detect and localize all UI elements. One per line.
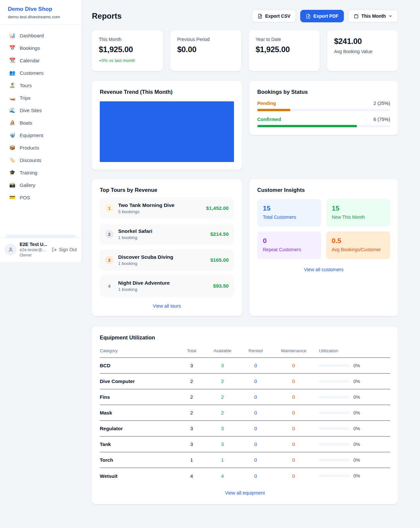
utilization-percent: 0% [353, 473, 360, 478]
utilization-percent: 0% [353, 379, 360, 384]
progress-fill [257, 109, 290, 111]
sidebar-item-label: Equipment [20, 132, 43, 138]
file-download-icon [258, 14, 262, 19]
equipment-category: Dive Computer [100, 378, 177, 384]
page-header: Reports Export CSV Export PDF This Month [92, 10, 398, 22]
sidebar-item-tours[interactable]: 🏝️ Tours [4, 79, 77, 91]
top-tours-card: Top Tours by Revenue 1 Two Tank Morning … [92, 179, 242, 316]
period-dropdown[interactable]: This Month [348, 10, 398, 22]
equipment-rented: 0 [239, 394, 272, 400]
sidebar-item-label: Tours [20, 83, 32, 88]
sidebar-item-trips[interactable]: 🚤 Trips [4, 91, 77, 104]
sidebar-item-products[interactable]: 📦 Products [4, 141, 77, 154]
credit-card-icon: 💳 [9, 194, 15, 200]
sidebar-item-training[interactable]: 🎓 Training [4, 166, 77, 179]
export-pdf-button[interactable]: Export PDF [300, 10, 344, 22]
sidebar-item-dive-sites[interactable]: 🌊 Dive Sites [4, 104, 77, 116]
charts-row: Revenue Trend (This Month) Bookings by S… [92, 81, 398, 170]
sidebar-item-label: Dive Sites [20, 108, 42, 113]
equipment-available: 3 [206, 363, 239, 368]
tour-bookings: 1 booking [118, 261, 206, 266]
sidebar-item-label: Bookings [20, 45, 40, 51]
stat-card-avg-booking-value: $241.00 Avg Booking Value [327, 30, 398, 71]
export-csv-button[interactable]: Export CSV [252, 10, 296, 22]
stat-card-this-month: This Month $1,925.00 +0% vs last month [92, 30, 163, 71]
sidebar-item-reports-partial[interactable] [5, 234, 76, 237]
sidebar-user-footer: E2E Test U... e2e-tester@... Owner Sign … [0, 237, 81, 262]
wave-icon: 🌊 [9, 107, 15, 113]
utilization-percent: 0% [353, 410, 360, 416]
equipment-total: 3 [177, 426, 206, 431]
equipment-category: Tank [100, 441, 177, 447]
list-item: 1 Two Tank Morning Dive 5 bookings $1,45… [100, 197, 234, 219]
stat-value: $1,925.00 [99, 45, 156, 54]
sidebar-item-boats[interactable]: ⛵ Boats [4, 116, 77, 129]
bookings-by-status-card: Bookings by Status Pending 2 (25%) Confi… [249, 81, 398, 135]
utilization-bar [319, 380, 349, 383]
column-header: Maintenance [272, 348, 315, 353]
user-email: e2e-tester@... [20, 248, 49, 252]
list-item: 4 Night Dive Adventure 1 booking $93.50 [100, 275, 234, 297]
equipment-total: 2 [177, 378, 206, 384]
table-row: Regulator 3 3 0 0 0% [100, 421, 390, 437]
sidebar-item-discounts[interactable]: 🏷️ Discounts [4, 154, 77, 166]
status-label: Pending [257, 101, 276, 106]
customer-insights-card: Customer Insights 15 Total Customers 15 … [249, 179, 398, 316]
sailboat-icon: ⛵ [9, 120, 15, 126]
utilization-bar [319, 364, 349, 367]
sidebar-item-customers[interactable]: 👥 Customers [4, 67, 77, 79]
chevron-down-icon [388, 14, 392, 18]
tile-value: 0.5 [332, 237, 385, 245]
equipment-total: 4 [177, 473, 206, 479]
equipment-category: Torch [100, 457, 177, 463]
sidebar-item-bookings[interactable]: 📅 Bookings [4, 42, 77, 54]
status-count: 6 (75%) [373, 117, 390, 122]
tag-icon: 🏷️ [9, 157, 15, 163]
equipment-total: 3 [177, 363, 206, 368]
tile-label: New This Month [332, 214, 385, 220]
sidebar-item-label: Training [20, 170, 37, 175]
progress-track [257, 109, 390, 111]
card-title: Customer Insights [257, 187, 390, 193]
island-icon: 🏝️ [9, 82, 15, 88]
sidebar-item-calendar[interactable]: 📆 Calendar [4, 54, 77, 67]
sidebar-item-equipment[interactable]: 🤿 Equipment [4, 129, 77, 141]
sign-out-button[interactable]: Sign Out [52, 247, 77, 252]
shop-domain: demo.test.divestreams.com [8, 14, 74, 19]
stat-delta: +0% vs last month [99, 58, 156, 63]
list-item: 3 Discover Scuba Diving 1 booking $165.0… [100, 249, 234, 271]
equipment-maintenance: 0 [272, 473, 315, 479]
sidebar-item-pos[interactable]: 💳 POS [4, 191, 77, 204]
equipment-category: Mask [100, 410, 177, 416]
view-all-customers-link[interactable]: View all customers [257, 267, 390, 272]
sidebar-nav: 📊 Dashboard 📅 Bookings 📆 Calendar 👥 Cust… [0, 25, 81, 237]
person-icon [8, 247, 14, 253]
equipment-available: 3 [206, 441, 239, 447]
status-label: Confirmed [257, 117, 281, 122]
equipment-rented: 0 [239, 426, 272, 431]
utilization-percent: 0% [353, 363, 360, 368]
sidebar-item-gallery[interactable]: 📸 Gallery [4, 179, 77, 191]
equipment-maintenance: 0 [272, 441, 315, 447]
status-count: 2 (25%) [373, 101, 390, 106]
equipment-available: 2 [206, 378, 239, 384]
header-actions: Export CSV Export PDF This Month [252, 10, 398, 22]
tile-avg-bookings-customer: 0.5 Avg Bookings/Customer [326, 232, 390, 259]
view-all-equipment-link[interactable]: View all equipment [100, 490, 390, 496]
user-meta: E2E Test U... e2e-tester@... Owner [20, 242, 49, 257]
tile-value: 15 [332, 204, 385, 212]
tile-label: Repeat Customers [263, 247, 316, 252]
speedboat-icon: 🚤 [9, 95, 15, 101]
sidebar-item-dashboard[interactable]: 📊 Dashboard [4, 29, 77, 42]
insight-tiles: 15 Total Customers 15 New This Month 0 R… [257, 199, 390, 259]
equipment-available: 1 [206, 457, 239, 463]
equipment-rented: 0 [239, 457, 272, 463]
stat-label: Avg Booking Value [334, 49, 391, 54]
utilization-bar [319, 475, 349, 477]
user-name: E2E Test U... [20, 242, 49, 247]
sidebar-item-label: Dashboard [20, 33, 44, 38]
calendar-icon [354, 14, 359, 19]
view-all-tours-link[interactable]: View all tours [100, 303, 234, 309]
diving-mask-icon: 🤿 [9, 132, 15, 138]
equipment-category: Regulator [100, 426, 177, 431]
